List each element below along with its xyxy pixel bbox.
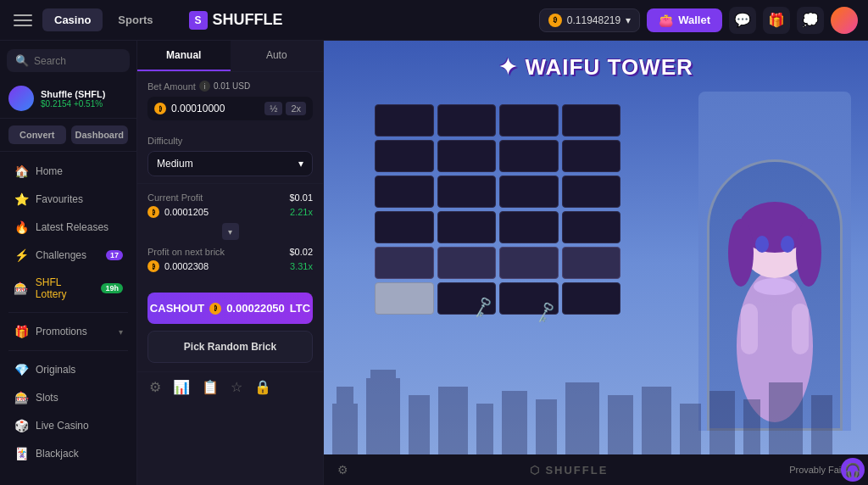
tower-cell[interactable] <box>437 104 497 137</box>
lottery-icon: 🎰 <box>14 282 29 295</box>
auto-tab[interactable]: Auto <box>231 41 324 71</box>
gifts-icon[interactable]: 🎁 <box>763 7 790 34</box>
tower-cell[interactable]: 🗝️ <box>437 282 497 315</box>
convert-button[interactable]: Convert <box>8 125 66 144</box>
svg-rect-16 <box>476 404 493 454</box>
dashboard-button[interactable]: Dashboard <box>71 125 129 144</box>
main-content: 🔍 Shuffle (SHFL) $0.2154 +0.51% Convert … <box>0 41 868 485</box>
tower-cell[interactable] <box>562 140 621 172</box>
double-button[interactable]: 2x <box>286 102 306 115</box>
user-avatar[interactable] <box>831 7 858 34</box>
manual-tab[interactable]: Manual <box>137 41 231 71</box>
svg-rect-11 <box>337 387 353 404</box>
home-icon: 🏠 <box>14 164 29 178</box>
cashout-button[interactable]: CASHOUT ₿ 0.00022050 LTC <box>147 293 313 324</box>
star-icon: ⭐ <box>14 192 29 206</box>
sidebar-item-originals[interactable]: 💎 Originals <box>3 356 133 383</box>
tower-cell[interactable]: 🗝️ <box>499 282 559 315</box>
lock-icon[interactable]: 🔒 <box>254 379 271 395</box>
settings-icon[interactable]: ⚙ <box>149 379 161 395</box>
game-toolbar: ⚙ 📊 📋 ☆ 🔒 <box>137 371 323 402</box>
settings-toolbar-icon[interactable]: ⚙ <box>337 463 348 477</box>
game-title: ✦ WAIFU TOWER <box>498 54 693 81</box>
sidebar-item-latest-releases[interactable]: 🔥 Latest Releases <box>3 214 133 241</box>
next-brick-sub-row: ₿ 0.0002308 3.31x <box>147 260 313 272</box>
expand-button[interactable]: ▾ <box>222 223 239 240</box>
tower-cell[interactable] <box>375 140 434 172</box>
action-buttons: Convert Dashboard <box>0 119 136 152</box>
challenges-badge: 17 <box>106 250 123 260</box>
svg-point-5 <box>755 236 769 253</box>
user-name: Shuffle (SHFL) <box>41 89 128 99</box>
next-brick-label: Profit on next brick <box>147 247 225 257</box>
game-area: ✦ WAIFU TOWER <box>324 41 868 485</box>
nav-tabs: Casino Sports <box>42 8 165 31</box>
casino-tab[interactable]: Casino <box>42 8 103 31</box>
tower-cell[interactable] <box>375 247 434 279</box>
tower-cell[interactable] <box>437 140 497 172</box>
sidebar-item-promotions[interactable]: 🎁 Promotions ▾ <box>3 318 133 345</box>
tower-cell[interactable] <box>499 211 559 243</box>
bet-coin-icon: ₿ <box>154 103 166 114</box>
bet-section: Bet Amount i 0.01 USD ₿ 0.00010000 ½ 2x <box>137 72 323 136</box>
sidebar-item-slots[interactable]: 🎰 Slots <box>3 384 133 411</box>
tower-cell[interactable] <box>375 104 434 137</box>
search-input[interactable] <box>34 55 121 67</box>
sidebar-item-home[interactable]: 🏠 Home <box>3 158 133 185</box>
tower-container: 🗝️ 🗝️ <box>375 104 620 315</box>
next-brick-coin-icon: ₿ <box>147 260 159 272</box>
difficulty-select[interactable]: Medium ▾ <box>147 151 313 176</box>
tower-cell[interactable] <box>437 247 497 279</box>
info-icon[interactable]: i <box>199 81 210 92</box>
support-icon[interactable]: 🎧 <box>841 458 865 482</box>
sports-tab[interactable]: Sports <box>106 8 164 31</box>
sidebar-item-live-casino[interactable]: 🎲 Live Casino <box>3 412 133 439</box>
tower-cell[interactable] <box>499 247 559 279</box>
multiplier-buttons: ½ 2x <box>264 102 306 115</box>
difficulty-section: Difficulty Medium ▾ <box>137 136 323 183</box>
current-profit-label: Current Profit <box>147 192 203 203</box>
profit-coin-icon: ₿ <box>147 206 159 218</box>
sidebar-item-shfl-lottery[interactable]: 🎰 SHFL Lottery 19h <box>3 270 133 307</box>
tower-cell[interactable] <box>562 282 621 315</box>
tower-cell[interactable] <box>499 104 559 137</box>
tower-cell[interactable] <box>562 211 621 243</box>
tower-cell[interactable] <box>499 140 559 172</box>
tower-cell[interactable] <box>375 211 434 243</box>
balance-coin-icon: ₿ <box>548 14 562 27</box>
wallet-button[interactable]: 👛 Wallet <box>647 8 722 32</box>
random-brick-button[interactable]: Pick Random Brick <box>147 331 313 363</box>
tower-cell[interactable] <box>562 176 621 208</box>
bet-value: 0.00010000 <box>171 103 259 114</box>
stats-icon[interactable]: 📋 <box>202 379 219 395</box>
tower-cell[interactable] <box>375 176 434 208</box>
balance-button[interactable]: ₿ 0.11948219 ▾ <box>539 8 640 32</box>
tower-cell[interactable] <box>562 104 621 137</box>
sidebar-item-challenges[interactable]: ⚡ Challenges 17 <box>3 242 133 269</box>
svg-rect-10 <box>332 404 358 454</box>
hamburger-menu[interactable] <box>10 8 36 33</box>
half-button[interactable]: ½ <box>264 102 282 115</box>
tower-cell[interactable] <box>562 247 621 279</box>
sidebar-item-favourites[interactable]: ⭐ Favourites <box>3 186 133 213</box>
svg-rect-21 <box>642 387 671 454</box>
cashout-coin-icon: ₿ <box>209 303 221 315</box>
search-bar[interactable]: 🔍 <box>7 49 130 72</box>
svg-rect-25 <box>769 382 803 454</box>
top-nav: Casino Sports S SHUFFLE ₿ 0.11948219 ▾ 👛… <box>0 0 868 41</box>
bet-tabs: Manual Auto <box>137 41 323 72</box>
chart-icon[interactable]: 📊 <box>173 379 190 395</box>
lightning-icon: ⚡ <box>14 248 29 262</box>
profit-coin-value: 0.0001205 <box>164 207 209 217</box>
chat-icon[interactable]: 💭 <box>797 7 824 34</box>
tower-cell[interactable] <box>437 211 497 243</box>
user-balance: $0.2154 +0.51% <box>41 99 128 109</box>
tower-cell[interactable] <box>499 176 559 208</box>
bookmark-icon[interactable]: ☆ <box>231 379 242 395</box>
svg-rect-24 <box>743 399 760 454</box>
messages-icon[interactable]: 💬 <box>729 7 756 34</box>
tower-cell[interactable] <box>437 176 497 208</box>
tower-cell[interactable] <box>375 282 434 315</box>
sidebar-item-blackjack[interactable]: 🃏 Blackjack <box>3 440 133 467</box>
title-icon: ✦ <box>498 54 518 80</box>
